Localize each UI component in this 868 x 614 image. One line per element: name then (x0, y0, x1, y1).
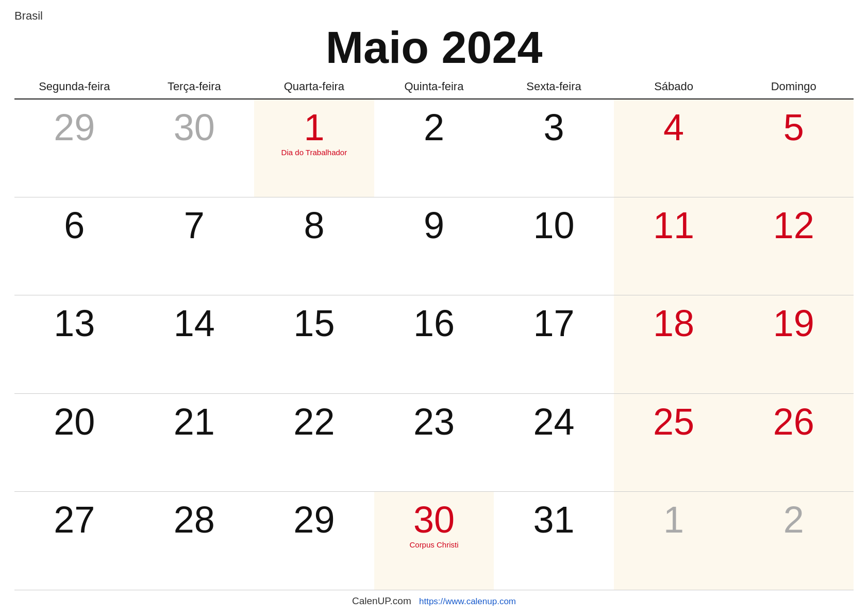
footer: CalenUP.com https://www.calenup.com (14, 590, 854, 614)
calendar-cell: 22 (254, 393, 374, 492)
weekday-header: Domingo (733, 76, 854, 99)
day-number: 27 (19, 501, 130, 538)
weekday-header: Sexta-feira (494, 76, 614, 99)
footer-url[interactable]: https://www.calenup.com (419, 596, 516, 606)
calendar-cell: 20 (14, 393, 135, 492)
day-number: 12 (738, 207, 849, 244)
day-number: 24 (498, 403, 610, 440)
day-number: 31 (498, 501, 610, 538)
day-number: 29 (19, 109, 130, 146)
day-number: 5 (738, 109, 849, 146)
calendar-cell: 21 (135, 393, 255, 492)
calendar-cell: 31 (494, 492, 614, 590)
day-number: 20 (19, 403, 130, 440)
day-number: 3 (498, 109, 610, 146)
calendar-page: Brasil Maio 2024 Segunda-feiraTerça-feir… (0, 0, 868, 614)
day-number: 1 (258, 109, 370, 146)
calendar-cell: 29 (254, 492, 374, 590)
calendar-cell: 29 (14, 99, 135, 197)
calendar-cell: 13 (14, 295, 135, 394)
calendar-cell: 3 (494, 99, 614, 197)
calendar-cell: 25 (614, 393, 734, 492)
weekday-header: Sábado (614, 76, 734, 99)
calendar-cell: 4 (614, 99, 734, 197)
calendar-cell: 19 (733, 295, 854, 394)
calendar-cell: 24 (494, 393, 614, 492)
day-number: 30 (378, 501, 490, 538)
calendar-cell: 15 (254, 295, 374, 394)
calendar-cell: 2 (374, 99, 494, 197)
weekday-header: Segunda-feira (14, 76, 135, 99)
calendar-cell: 11 (614, 197, 734, 295)
calendar-cell: 27 (14, 492, 135, 590)
calendar-cell: 30Corpus Christi (374, 492, 494, 590)
day-number: 9 (378, 207, 490, 244)
day-number: 4 (618, 109, 730, 146)
calendar-cell: 1 (614, 492, 734, 590)
day-number: 19 (738, 305, 849, 342)
day-number: 18 (618, 305, 730, 342)
day-number: 23 (378, 403, 490, 440)
day-number: 21 (139, 403, 251, 440)
month-title: Maio 2024 (14, 23, 854, 73)
day-number: 13 (19, 305, 130, 342)
calendar-cell: 5 (733, 99, 854, 197)
calendar-cell: 1Dia do Trabalhador (254, 99, 374, 197)
day-number: 15 (258, 305, 370, 342)
calendar-cell: 8 (254, 197, 374, 295)
day-number: 11 (618, 207, 730, 244)
day-number: 2 (378, 109, 490, 146)
calendar-cell: 14 (135, 295, 255, 394)
holiday-label: Dia do Trabalhador (258, 148, 370, 157)
calendar-cell: 30 (135, 99, 255, 197)
day-number: 17 (498, 305, 610, 342)
day-number: 1 (618, 501, 730, 538)
calendar-cell: 7 (135, 197, 255, 295)
calendar-cell: 17 (494, 295, 614, 394)
holiday-label: Corpus Christi (378, 540, 490, 549)
footer-brand: CalenUP.com (352, 595, 411, 606)
calendar-cell: 12 (733, 197, 854, 295)
day-number: 28 (139, 501, 251, 538)
weekday-header: Quarta-feira (254, 76, 374, 99)
calendar-cell: 26 (733, 393, 854, 492)
day-number: 14 (139, 305, 251, 342)
day-number: 25 (618, 403, 730, 440)
day-number: 22 (258, 403, 370, 440)
day-number: 8 (258, 207, 370, 244)
day-number: 29 (258, 501, 370, 538)
calendar-cell: 18 (614, 295, 734, 394)
day-number: 6 (19, 207, 130, 244)
day-number: 26 (738, 403, 849, 440)
country-label: Brasil (14, 9, 854, 23)
day-number: 30 (139, 109, 251, 146)
day-number: 10 (498, 207, 610, 244)
calendar-cell: 10 (494, 197, 614, 295)
calendar-cell: 16 (374, 295, 494, 394)
calendar-cell: 9 (374, 197, 494, 295)
calendar-cell: 23 (374, 393, 494, 492)
weekday-header: Quinta-feira (374, 76, 494, 99)
calendar-cell: 6 (14, 197, 135, 295)
calendar-cell: 28 (135, 492, 255, 590)
calendar-cell: 2 (733, 492, 854, 590)
calendar-table: Segunda-feiraTerça-feiraQuarta-feiraQuin… (14, 76, 854, 590)
weekday-header: Terça-feira (135, 76, 255, 99)
day-number: 7 (139, 207, 251, 244)
day-number: 16 (378, 305, 490, 342)
day-number: 2 (738, 501, 849, 538)
